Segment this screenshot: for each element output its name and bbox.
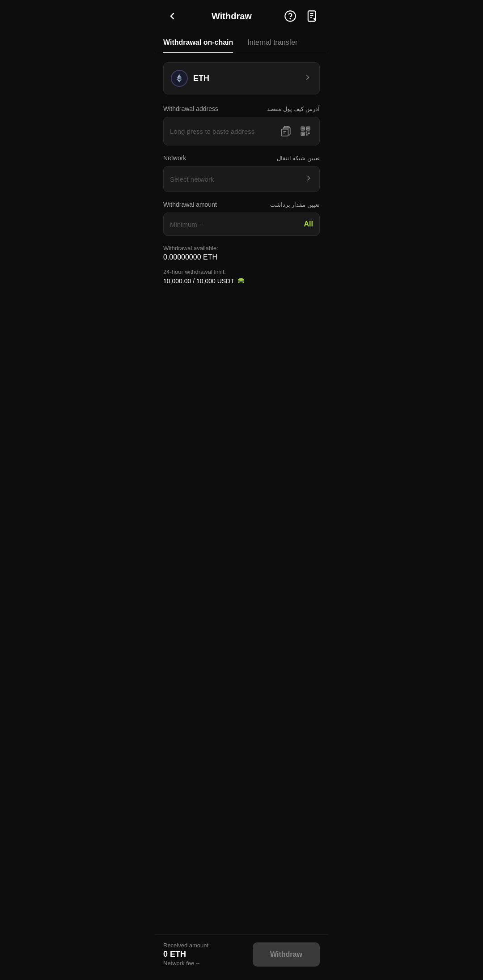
withdrawal-limit-row: 24-hour withdrawal limit: 10,000.00 / 10…: [163, 268, 320, 285]
tab-onchain[interactable]: Withdrawal on-chain: [163, 32, 233, 53]
withdrawal-address-label-row: Withdrawal address آدرس کیف پول مقصد: [163, 105, 320, 112]
withdrawal-limit-label: 24-hour withdrawal limit:: [163, 268, 320, 275]
withdrawal-amount-section: Withdrawal amount تعیین مقدار برداشت Min…: [163, 201, 320, 236]
network-placeholder: Select network: [170, 175, 214, 183]
amount-minimum-placeholder: Minimum --: [170, 221, 203, 228]
amount-all-button[interactable]: All: [304, 220, 313, 228]
main-content: ETH Withdrawal address آدرس کیف پول مقصد…: [154, 53, 329, 307]
currency-selector[interactable]: ETH: [163, 62, 320, 94]
svg-point-0: [285, 11, 295, 21]
network-selector[interactable]: Select network: [163, 166, 320, 192]
amount-input[interactable]: Minimum -- All: [163, 213, 320, 236]
history-button[interactable]: [304, 8, 320, 24]
withdrawal-available-row: Withdrawal available: 0.00000000 ETH: [163, 245, 320, 261]
eth-icon: [171, 70, 188, 87]
currency-name: ETH: [193, 74, 209, 83]
paste-icon-button[interactable]: [278, 124, 293, 138]
received-info: Received amount 0 ETH Network fee --: [163, 942, 208, 967]
network-chevron-icon: [304, 174, 313, 184]
bottom-bar: Received amount 0 ETH Network fee -- Wit…: [154, 934, 329, 980]
currency-left: ETH: [171, 70, 209, 87]
svg-rect-23: [302, 133, 303, 134]
amount-label-en: Withdrawal amount: [163, 201, 217, 208]
help-button[interactable]: [282, 8, 298, 24]
withdraw-button[interactable]: Withdraw: [253, 942, 320, 967]
network-fee-label: Network fee --: [163, 960, 208, 967]
network-label-en: Network: [163, 154, 186, 162]
chevron-right-icon: [303, 73, 312, 84]
coin-stack-icon: [237, 277, 245, 285]
received-amount-label: Received amount: [163, 942, 208, 949]
svg-rect-15: [281, 129, 288, 136]
info-section: Withdrawal available: 0.00000000 ETH 24-…: [163, 245, 320, 285]
network-label-fa: تعیین شبکه انتقال: [277, 155, 320, 162]
network-label-row: Network تعیین شبکه انتقال: [163, 154, 320, 162]
tab-internal-transfer[interactable]: Internal transfer: [247, 32, 297, 53]
svg-marker-11: [177, 79, 180, 82]
network-section: Network تعیین شبکه انتقال Select network: [163, 154, 320, 192]
withdrawal-address-label-fa: آدرس کیف پول مقصد: [267, 106, 320, 112]
svg-rect-21: [302, 128, 303, 129]
withdrawal-address-input[interactable]: Long press to paste address: [163, 117, 320, 145]
header-action-icons: [282, 8, 320, 24]
svg-marker-10: [179, 79, 182, 82]
withdrawal-limit-value: 10,000.00 / 10,000 USDT: [163, 277, 320, 285]
withdrawal-address-placeholder: Long press to paste address: [170, 128, 254, 135]
tab-bar: Withdrawal on-chain Internal transfer: [154, 32, 329, 53]
withdrawal-available-label: Withdrawal available:: [163, 245, 320, 251]
withdrawal-available-value: 0.00000000 ETH: [163, 253, 320, 261]
address-input-icons: [278, 124, 313, 138]
amount-label-fa: تعیین مقدار برداشت: [270, 201, 320, 208]
svg-rect-22: [307, 128, 309, 129]
qr-scan-icon-button[interactable]: [298, 124, 313, 138]
back-button[interactable]: [163, 7, 181, 25]
header: Withdraw: [154, 0, 329, 32]
page-title: Withdraw: [212, 11, 252, 21]
amount-label-row: Withdrawal amount تعیین مقدار برداشت: [163, 201, 320, 208]
withdrawal-address-section: Withdrawal address آدرس کیف پول مقصد Lon…: [163, 105, 320, 145]
received-amount-value: 0 ETH: [163, 950, 208, 959]
withdrawal-address-label-en: Withdrawal address: [163, 105, 218, 112]
